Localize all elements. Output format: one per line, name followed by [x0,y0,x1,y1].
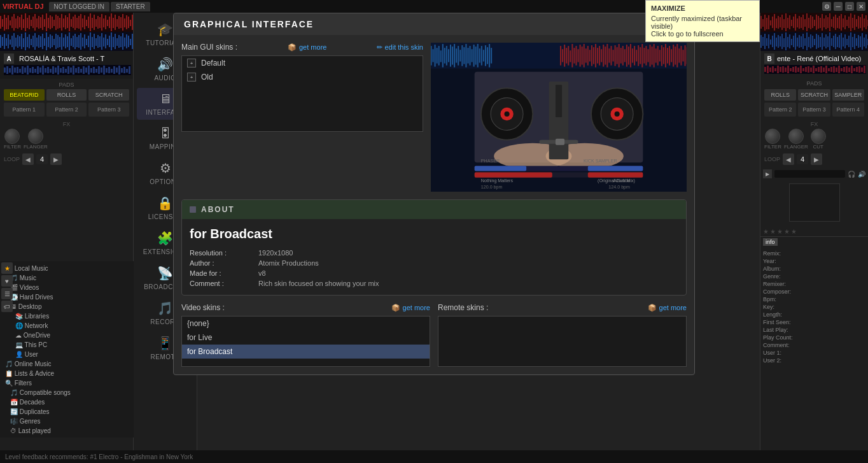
svg-rect-251 [605,46,606,65]
made-for-value: v8 [258,269,266,277]
svg-rect-240 [584,44,585,68]
svg-rect-278 [657,46,659,66]
svg-rect-306 [556,85,562,117]
svg-rect-266 [634,46,635,66]
tooltip-title: MAXIMIZE [651,4,754,12]
svg-rect-283 [667,48,668,63]
svg-rect-257 [617,47,618,64]
svg-rect-215 [467,48,468,63]
svg-rect-277 [655,48,657,62]
video-skins-panel: Video skins : 📦 get more {none} fo [181,303,430,367]
svg-rect-203 [444,48,445,63]
about-label: ABOUT [201,205,235,214]
svg-rect-202 [442,44,444,68]
svg-rect-246 [595,44,596,68]
svg-rect-222 [481,46,482,66]
svg-rect-198 [435,45,436,67]
skin-old[interactable]: + Old [182,70,423,84]
svg-text:PHASER: PHASER [481,159,500,164]
edit-skin-link[interactable]: ✏ edit this skin [377,43,423,52]
svg-text:Nothing Matters: Nothing Matters [481,178,514,183]
author-key: Author : [190,259,253,267]
video-skins-header: Video skins : 📦 get more [181,303,430,312]
skin-default-checkbox: + [187,59,196,68]
svg-rect-261 [624,49,626,62]
svg-rect-207 [452,46,453,65]
svg-rect-228 [560,46,561,66]
about-body: for Broadcast Resolution : 1920x1080 Aut… [182,219,686,295]
svg-rect-244 [591,45,592,66]
svg-rect-219 [475,46,477,65]
svg-rect-313 [475,173,552,178]
video-skin-none-label: {none} [187,319,209,328]
svg-rect-292 [684,45,685,66]
tooltip-line1: Currently maximized (taskbar visible) [651,15,754,30]
svg-rect-245 [593,47,594,64]
svg-rect-249 [601,49,602,62]
bottom-skins-row: Video skins : 📦 get more {none} fo [181,303,687,367]
svg-rect-271 [643,48,645,63]
svg-rect-270 [641,44,643,68]
svg-point-304 [615,111,620,117]
get-more-link[interactable]: 📦 get more [288,43,326,52]
comment-key: Comment : [190,280,253,287]
svg-rect-263 [628,46,629,65]
remote-skins-header: Remote skins : 📦 get more [438,303,687,312]
video-skins-list: {none} for Live for Broadcast [181,316,430,367]
svg-rect-233 [570,50,571,62]
svg-rect-247 [597,48,598,63]
svg-rect-285 [671,49,672,62]
svg-rect-253 [608,48,610,62]
svg-rect-201 [440,50,442,62]
modal-body: Main GUI skins : 📦 get more ✏ edit this … [174,35,694,374]
video-skin-live[interactable]: for Live [182,331,430,345]
modal-header: GRAPHICAL INTERFACE × [174,13,694,35]
svg-rect-282 [665,44,666,68]
maximize-tooltip[interactable]: MAXIMIZE Currently maximized (taskbar vi… [645,0,760,42]
svg-rect-209 [456,48,457,62]
svg-rect-311 [588,166,643,171]
svg-rect-286 [673,45,674,67]
svg-rect-217 [472,49,473,62]
svg-rect-230 [564,45,565,67]
modal-title: GRAPHICAL INTERFACE [184,19,314,29]
svg-rect-287 [675,46,676,65]
skin-preview-panel: 120.0 bpm 124.0 bpm Nothing Matters (Ori… [431,43,687,192]
svg-text:KICK SAMPLER: KICK SAMPLER [584,159,617,164]
svg-point-300 [504,111,509,117]
video-get-more-link[interactable]: 📦 get more [391,304,430,312]
svg-rect-234 [571,44,573,68]
svg-rect-213 [463,47,465,64]
skins-list-panel: Main GUI skins : 📦 get more ✏ edit this … [181,43,423,192]
svg-rect-284 [669,46,670,66]
video-skin-broadcast-label: for Broadcast [187,347,232,356]
video-skin-broadcast[interactable]: for Broadcast [182,345,430,359]
resolution-value: 1920x1080 [258,249,293,257]
svg-rect-221 [479,48,480,62]
skin-default[interactable]: + Default [182,56,423,70]
video-get-more-icon: 📦 [391,304,400,312]
svg-rect-275 [652,46,653,65]
remote-get-more-icon: 📦 [648,304,657,312]
svg-rect-289 [678,48,680,62]
svg-rect-260 [622,46,624,66]
svg-rect-197 [432,49,433,62]
svg-rect-265 [632,48,633,62]
about-comment-row: Comment : Rich skin focused on showing y… [190,280,678,287]
video-skin-none[interactable]: {none} [182,317,430,331]
resolution-key: Resolution : [190,249,253,257]
svg-rect-248 [599,46,600,66]
about-made-for-row: Made for : v8 [190,269,678,277]
video-skins-label: Video skins : [181,303,225,312]
svg-rect-250 [603,45,604,67]
remote-get-more-link[interactable]: 📦 get more [648,304,687,312]
svg-rect-272 [645,46,647,66]
remote-skins-panel: Remote skins : 📦 get more [438,303,687,367]
svg-rect-241 [585,48,587,62]
skin-preview-svg: 120.0 bpm 124.0 bpm Nothing Matters (Ori… [431,43,687,192]
svg-rect-211 [459,50,461,61]
svg-rect-308 [556,139,564,145]
author-value: Atomix Productions [258,259,319,267]
about-author-row: Author : Atomix Productions [190,259,678,267]
app-container: VIRTUAL DJ NOT LOGGED IN STARTER ⚙ ─ □ ✕ [0,0,868,463]
